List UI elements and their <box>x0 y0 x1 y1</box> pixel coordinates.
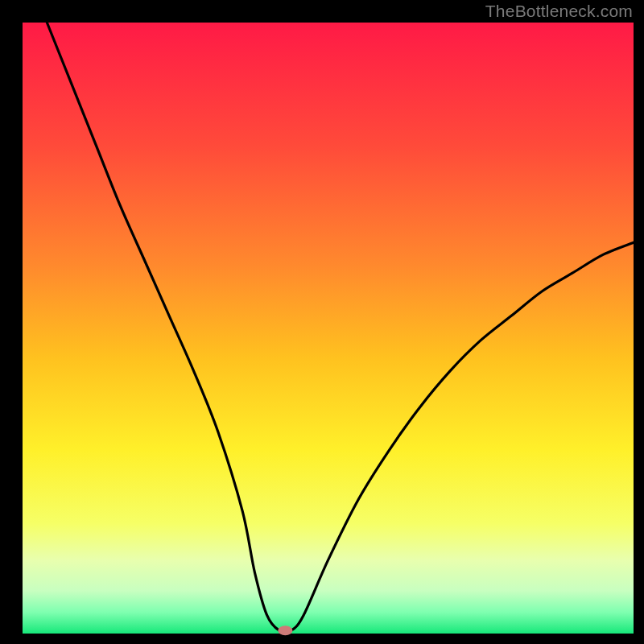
watermark-text: TheBottleneck.com <box>485 2 633 21</box>
bottleneck-chart <box>0 0 644 644</box>
chart-frame: TheBottleneck.com <box>0 0 644 644</box>
plot-area <box>23 23 634 634</box>
minimum-marker <box>278 625 292 635</box>
